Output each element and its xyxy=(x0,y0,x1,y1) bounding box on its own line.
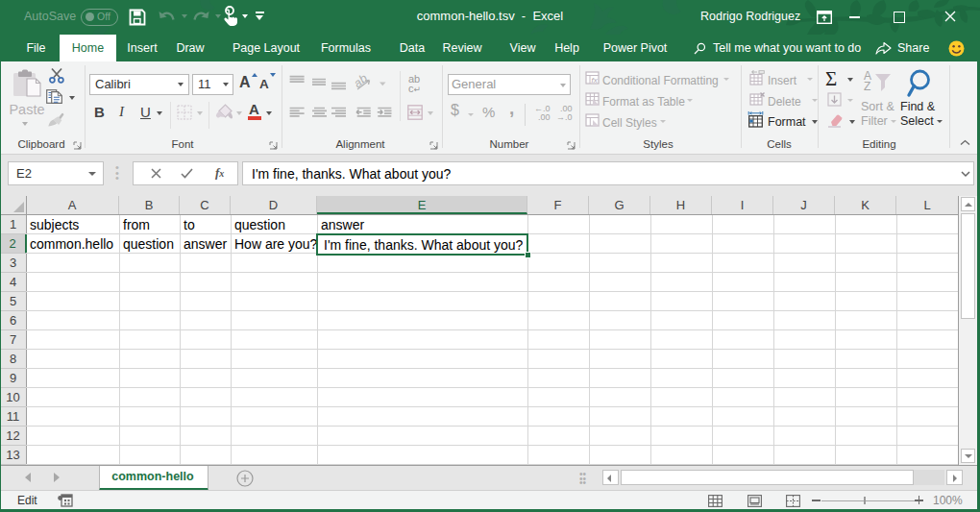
svg-text:fx: fx xyxy=(592,76,599,85)
